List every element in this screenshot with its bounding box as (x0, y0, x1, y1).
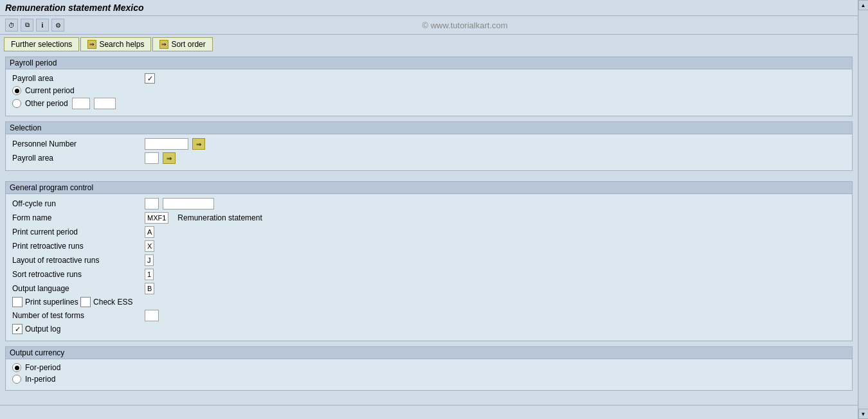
for-period-radio[interactable] (12, 363, 21, 372)
form-name-value: MXF1 (145, 212, 168, 224)
for-period-label: For-period (25, 363, 60, 372)
personnel-number-label: Personnel Number (12, 139, 141, 148)
selection-section: Selection Personnel Number ⇒ Payroll are… (5, 121, 853, 171)
payroll-area-label: Payroll area (12, 74, 141, 83)
for-period-row: For-period (12, 363, 845, 372)
toolbar: ⏱ ⧉ i ⚙ © www.tutorialkart.com (0, 16, 868, 35)
off-cycle-run-input-1[interactable] (145, 198, 159, 209)
selection-body: Personnel Number ⇒ Payroll area ⇒ (6, 134, 852, 170)
selection-payroll-area-row: Payroll area ⇒ (12, 152, 845, 164)
payroll-period-header: Payroll period (6, 57, 852, 69)
print-current-period-row: Print current period A (12, 226, 845, 238)
check-ess-checkbox[interactable] (80, 297, 91, 307)
check-ess-label: Check ESS (93, 298, 132, 307)
copy-icon[interactable]: ⧉ (21, 19, 33, 31)
sort-retroactive-runs-label: Sort retroactive runs (12, 270, 141, 279)
payroll-area-checkbox[interactable] (145, 73, 155, 84)
tab-further-selections[interactable]: Further selections (4, 37, 79, 51)
print-current-period-label: Print current period (12, 227, 141, 236)
general-program-header: General program control (6, 182, 852, 194)
payroll-period-section: Payroll period Payroll area Current peri… (5, 57, 853, 116)
watermark: © www.tutorialkart.com (67, 21, 863, 30)
further-selections-label: Further selections (11, 40, 72, 49)
other-period-radio[interactable] (12, 99, 21, 108)
search-helps-arrow-icon: ⇒ (87, 40, 96, 49)
sort-order-arrow-icon: ⇒ (159, 40, 168, 49)
print-retroactive-runs-value: X (145, 240, 154, 252)
layout-retroactive-runs-label: Layout of retroactive runs (12, 256, 141, 265)
sort-retroactive-runs-row: Sort retroactive runs 1 (12, 269, 845, 280)
print-current-period-value: A (145, 226, 154, 238)
page-wrapper: Remuneration statement Mexico ⏱ ⧉ i ⚙ © … (0, 0, 868, 419)
other-period-label: Other period (25, 99, 68, 108)
scrollbar-down-btn[interactable]: ▼ (858, 409, 869, 419)
print-superlines-checkbox[interactable] (12, 297, 23, 307)
title-bar: Remuneration statement Mexico (0, 0, 868, 16)
check-ess-row[interactable]: Check ESS (80, 297, 132, 307)
bottom-bar (0, 405, 858, 419)
print-retroactive-runs-row: Print retroactive runs X (12, 240, 845, 252)
page-title: Remuneration statement Mexico (5, 3, 144, 13)
other-period-input-2[interactable] (94, 98, 116, 109)
output-log-row[interactable]: Output log (12, 324, 60, 334)
output-currency-header: Output currency (6, 347, 852, 359)
current-period-row: Current period (12, 86, 845, 95)
scrollbar-thumb (859, 10, 868, 409)
main-content: Payroll period Payroll area Current peri… (0, 54, 858, 398)
current-period-label: Current period (25, 86, 75, 95)
sort-order-label: Sort order (171, 40, 205, 49)
payroll-area-row: Payroll area (12, 73, 845, 84)
personnel-number-nav-btn[interactable]: ⇒ (192, 138, 205, 150)
scrollbar-up-btn[interactable]: ▲ (858, 0, 869, 10)
layout-retroactive-runs-row: Layout of retroactive runs J (12, 254, 845, 266)
off-cycle-run-label: Off-cycle run (12, 199, 141, 208)
search-helps-label: Search helps (99, 40, 144, 49)
print-retroactive-runs-label: Print retroactive runs (12, 242, 141, 251)
in-period-radio[interactable] (12, 375, 21, 384)
in-period-label: In-period (25, 375, 55, 384)
tab-bar: Further selections ⇒ Search helps ⇒ Sort… (0, 35, 868, 54)
selection-header: Selection (6, 122, 852, 134)
current-period-radio[interactable] (12, 86, 21, 95)
output-currency-body: For-period In-period (6, 359, 852, 390)
form-name-label: Form name (12, 213, 141, 222)
off-cycle-run-row: Off-cycle run (12, 198, 845, 209)
sort-retroactive-runs-value: 1 (145, 269, 154, 280)
form-name-description: Remuneration statement (177, 213, 262, 222)
personnel-number-input[interactable] (145, 138, 188, 150)
personnel-number-row: Personnel Number ⇒ (12, 138, 845, 150)
tab-search-helps[interactable]: ⇒ Search helps (80, 37, 151, 51)
print-superlines-label: Print superlines (25, 298, 78, 307)
output-language-label: Output language (12, 284, 141, 293)
payroll-period-body: Payroll area Current period Other period (6, 69, 852, 116)
selection-payroll-area-nav-btn[interactable]: ⇒ (163, 152, 176, 164)
layout-retroactive-runs-value: J (145, 254, 154, 266)
general-program-body: Off-cycle run Form name MXF1 Remuneratio… (6, 194, 852, 341)
output-language-row: Output language B (12, 283, 845, 294)
general-program-section: General program control Off-cycle run Fo… (5, 181, 853, 341)
info-icon[interactable]: i (36, 19, 49, 31)
form-name-row: Form name MXF1 Remuneration statement (12, 212, 845, 224)
other-period-input-1[interactable] (72, 98, 90, 109)
print-superlines-row[interactable]: Print superlines (12, 297, 78, 307)
other-period-row: Other period (12, 98, 845, 109)
clock-icon[interactable]: ⏱ (5, 19, 18, 31)
output-log-checkbox[interactable] (12, 324, 23, 334)
number-of-test-forms-row: Number of test forms (12, 310, 845, 321)
selection-payroll-area-input[interactable] (145, 152, 159, 164)
number-of-test-forms-label: Number of test forms (12, 311, 141, 320)
selection-payroll-area-label: Payroll area (12, 154, 141, 163)
in-period-row: In-period (12, 375, 845, 384)
right-scrollbar[interactable]: ▲ ▼ (858, 0, 868, 419)
number-of-test-forms-input[interactable] (145, 310, 159, 321)
output-log-label: Output log (25, 325, 60, 334)
tab-sort-order[interactable]: ⇒ Sort order (152, 37, 212, 51)
off-cycle-run-input-2[interactable] (163, 198, 214, 209)
settings-icon[interactable]: ⚙ (51, 19, 64, 31)
output-language-value: B (145, 283, 154, 294)
output-currency-section: Output currency For-period In-period (5, 346, 853, 391)
